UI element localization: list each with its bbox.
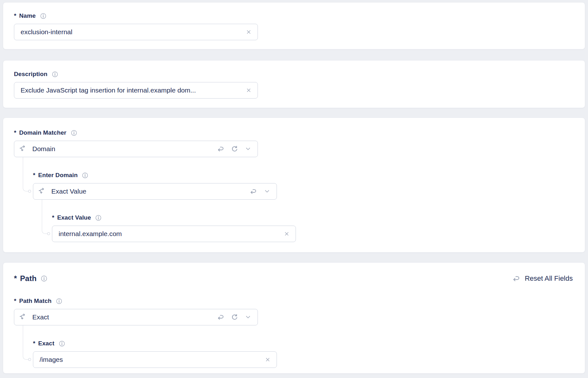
required-marker: *	[14, 129, 16, 136]
tree-connector	[42, 200, 48, 234]
info-icon[interactable]	[59, 340, 65, 347]
required-marker: *	[33, 172, 35, 179]
refresh-icon	[231, 313, 239, 321]
undo-button[interactable]	[217, 145, 225, 153]
refresh-icon	[231, 145, 239, 153]
enter-domain-branch: * Enter Domain Exact Value * Exact Value	[14, 157, 574, 242]
enter-domain-label: Enter Domain	[38, 172, 78, 179]
reset-all-fields-button[interactable]: Reset All Fields	[512, 274, 573, 283]
name-label: Name	[19, 12, 35, 19]
exact-label: Exact	[38, 340, 54, 347]
clear-button[interactable]	[264, 356, 272, 364]
path-match-label-row: * Path Match	[14, 298, 575, 304]
path-match-select[interactable]: Exact	[14, 309, 258, 325]
tree-connector	[23, 157, 29, 191]
undo-button[interactable]	[250, 188, 258, 195]
path-card-header: * Path Reset All Fields	[14, 274, 575, 283]
branch-split-icon	[19, 313, 28, 322]
undo-button[interactable]	[217, 313, 225, 321]
required-marker: *	[33, 340, 35, 347]
info-icon[interactable]	[56, 298, 62, 304]
chevron-down-icon[interactable]	[245, 314, 251, 320]
description-input[interactable]	[14, 82, 258, 99]
undo-icon	[512, 274, 521, 283]
exact-value-input[interactable]	[52, 226, 296, 242]
info-icon[interactable]	[52, 71, 58, 78]
connector-dot	[47, 232, 50, 235]
name-input[interactable]	[14, 24, 258, 40]
path-match-label: Path Match	[19, 298, 51, 304]
info-icon[interactable]	[40, 13, 47, 19]
description-label: Description	[14, 71, 48, 78]
info-icon[interactable]	[71, 130, 77, 136]
selected-value: Exact	[32, 313, 217, 321]
description-label-row: Description	[14, 71, 574, 78]
domain-matcher-label: Domain Matcher	[19, 129, 66, 136]
required-marker: *	[14, 298, 16, 304]
undo-icon	[217, 313, 225, 321]
required-marker: *	[52, 214, 54, 221]
branch-split-icon	[19, 145, 28, 153]
name-field-card: * Name	[3, 2, 585, 49]
enter-domain-label-row: * Enter Domain	[33, 172, 574, 179]
name-label-row: * Name	[14, 12, 574, 19]
refresh-button[interactable]	[231, 145, 239, 153]
clear-x-icon	[284, 231, 290, 237]
exact-value-label: Exact Value	[57, 214, 91, 221]
connector-dot	[28, 358, 31, 361]
reset-all-fields-label: Reset All Fields	[525, 274, 573, 283]
domain-matcher-label-row: * Domain Matcher	[14, 129, 574, 136]
enter-domain-select[interactable]: Exact Value	[33, 183, 277, 200]
tree-connector	[23, 325, 29, 360]
clear-x-icon	[246, 29, 252, 35]
clear-button[interactable]	[245, 86, 253, 94]
connector-dot	[28, 190, 31, 193]
clear-x-icon	[265, 356, 271, 363]
required-marker: *	[14, 274, 17, 283]
clear-button[interactable]	[245, 28, 253, 36]
description-field-card: Description	[3, 60, 585, 108]
branch-split-icon	[38, 187, 47, 196]
chevron-down-icon[interactable]	[264, 188, 270, 195]
exact-value-label-row: * Exact Value	[52, 214, 574, 221]
exact-branch: * Exact	[14, 325, 575, 368]
selected-value: Domain	[32, 145, 217, 153]
domain-matcher-card: * Domain Matcher Domain * Enter Domain E…	[3, 118, 585, 253]
clear-x-icon	[246, 87, 252, 93]
exact-input[interactable]	[33, 351, 277, 368]
required-marker: *	[14, 12, 16, 19]
exact-label-row: * Exact	[33, 340, 575, 347]
path-heading: Path	[20, 274, 36, 283]
info-icon[interactable]	[82, 172, 88, 179]
undo-icon	[250, 188, 258, 195]
path-card: * Path Reset All Fields * Path Match Exa…	[3, 262, 585, 374]
chevron-down-icon[interactable]	[245, 146, 251, 152]
domain-matcher-select[interactable]: Domain	[14, 141, 258, 157]
selected-value: Exact Value	[51, 188, 250, 195]
info-icon[interactable]	[95, 215, 102, 221]
exact-value-branch: * Exact Value	[33, 200, 574, 242]
clear-button[interactable]	[283, 230, 291, 238]
info-icon[interactable]	[41, 275, 48, 282]
refresh-button[interactable]	[231, 313, 239, 321]
undo-icon	[217, 145, 225, 153]
